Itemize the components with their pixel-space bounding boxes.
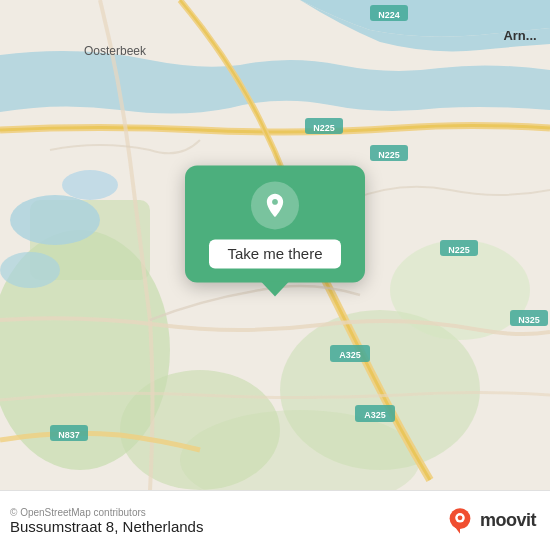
svg-text:A325: A325 xyxy=(364,410,386,420)
svg-text:N225: N225 xyxy=(313,123,335,133)
svg-text:N225: N225 xyxy=(448,245,470,255)
address-text: Bussumstraat 8, Netherlands xyxy=(10,518,203,535)
svg-point-9 xyxy=(62,170,118,200)
take-me-there-button[interactable]: Take me there xyxy=(209,239,340,268)
footer-text-group: © OpenStreetMap contributors Bussumstraa… xyxy=(10,507,203,535)
svg-text:Oosterbeek: Oosterbeek xyxy=(84,44,147,58)
moovit-brand-text: moovit xyxy=(480,510,536,531)
svg-point-7 xyxy=(10,195,100,245)
svg-text:N325: N325 xyxy=(518,315,540,325)
svg-point-8 xyxy=(0,252,60,288)
svg-text:N224: N224 xyxy=(378,10,400,20)
location-icon-circle xyxy=(251,181,299,229)
moovit-logo: moovit xyxy=(444,505,536,537)
copyright-text: © OpenStreetMap contributors xyxy=(10,507,203,518)
location-popup: Take me there xyxy=(185,165,365,282)
svg-text:A325: A325 xyxy=(339,350,361,360)
map-area[interactable]: N225 N225 N225 N224 A325 A325 N837 N325 … xyxy=(0,0,550,490)
svg-text:N837: N837 xyxy=(58,430,80,440)
location-pin-icon xyxy=(261,191,289,219)
svg-text:Arn...: Arn... xyxy=(503,28,536,43)
footer-bar: © OpenStreetMap contributors Bussumstraa… xyxy=(0,490,550,550)
svg-point-30 xyxy=(458,515,463,520)
svg-text:N225: N225 xyxy=(378,150,400,160)
moovit-icon xyxy=(444,505,476,537)
